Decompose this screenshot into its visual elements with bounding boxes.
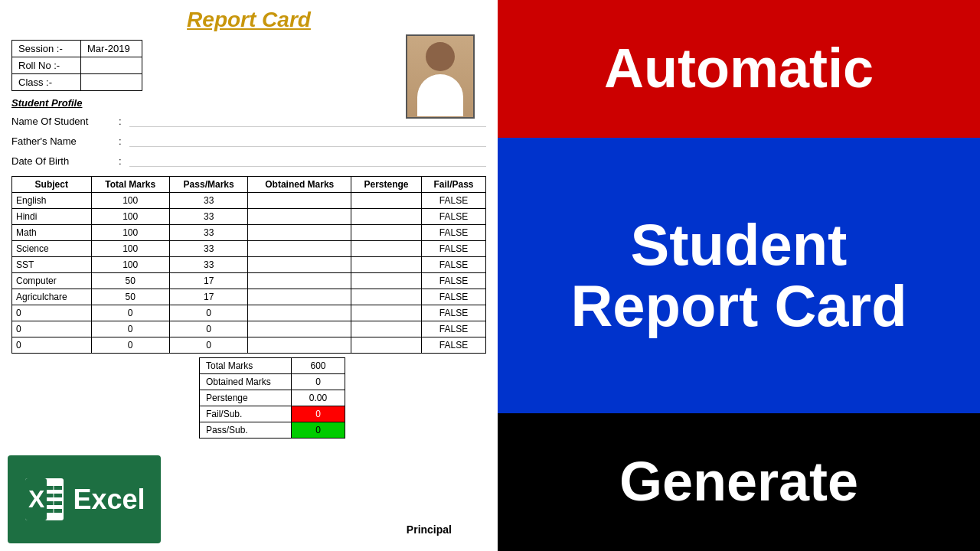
principal-label: Principal (407, 523, 452, 536)
col-total-marks: Total Marks (91, 177, 169, 193)
summary-obtained-marks-row: Obtained Marks 0 (200, 374, 345, 390)
father-field-row: Father's Name : (11, 135, 486, 147)
summary-total-marks-label: Total Marks (200, 358, 292, 374)
summary-obtained-marks-value: 0 (292, 374, 345, 390)
table-row: 000FALSE (12, 321, 486, 337)
col-perstenge: Perstenge (351, 177, 422, 193)
table-row: English10033FALSE (12, 193, 486, 209)
table-row: 000FALSE (12, 305, 486, 321)
father-label: Father's Name (11, 135, 119, 147)
name-label: Name Of Student (11, 116, 119, 127)
dob-colon: : (119, 155, 122, 167)
roll-value (81, 57, 142, 74)
summary-pass-sub-value: 0 (292, 422, 345, 439)
table-header-row: Subject Total Marks Pass/Marks Obtained … (12, 177, 486, 193)
table-row: Hindi10033FALSE (12, 209, 486, 225)
roll-row: Roll No :- (12, 57, 142, 74)
dob-label: Date Of Birth (11, 155, 119, 167)
class-label: Class :- (12, 74, 81, 91)
marks-table: Subject Total Marks Pass/Marks Obtained … (11, 176, 486, 354)
roll-label: Roll No :- (12, 57, 81, 74)
table-row: Science10033FALSE (12, 241, 486, 257)
excel-text-label: Excel (73, 484, 145, 516)
summary-fail-sub-row: Fail/Sub. 0 (200, 406, 345, 422)
student-report-card-text: StudentReport Card (570, 214, 906, 337)
excel-logo: X Excel (8, 455, 161, 543)
col-pass-marks: Pass/Marks (169, 177, 248, 193)
right-red-section: Automatic (498, 0, 980, 138)
student-fields: Name Of Student : Father's Name : Date O… (11, 115, 486, 167)
generate-text: Generate (619, 452, 858, 512)
left-panel: Report Card Session :- Mar-2019 Roll No … (0, 0, 498, 551)
photo-placeholder (407, 36, 473, 117)
summary-perstenge-label: Perstenge (200, 390, 292, 406)
summary-obtained-marks-label: Obtained Marks (200, 374, 292, 390)
summary-total-marks-row: Total Marks 600 (200, 358, 345, 374)
table-row: SST10033FALSE (12, 257, 486, 273)
dob-value (129, 155, 486, 167)
student-photo (406, 34, 475, 119)
summary-pass-sub-label: Pass/Sub. (200, 422, 292, 439)
class-value (81, 74, 142, 91)
summary-perstenge-value: 0.00 (292, 390, 345, 406)
father-value (129, 135, 486, 147)
col-obtained-marks: Obtained Marks (248, 177, 351, 193)
right-blue-section: StudentReport Card (498, 138, 980, 413)
dob-field-row: Date Of Birth : (11, 155, 486, 167)
excel-icon: X (23, 477, 65, 523)
right-black-section: Generate (498, 413, 980, 551)
info-table: Session :- Mar-2019 Roll No :- Class :- (11, 40, 142, 91)
table-row: 000FALSE (12, 337, 486, 354)
summary-fail-sub-value: 0 (292, 406, 345, 422)
col-fail-pass: Fail/Pass (422, 177, 486, 193)
father-colon: : (119, 135, 122, 147)
summary-perstenge-row: Perstenge 0.00 (200, 390, 345, 406)
report-title: Report Card (11, 8, 486, 32)
automatic-text: Automatic (604, 38, 874, 99)
name-colon: : (119, 116, 122, 127)
session-label: Session :- (12, 41, 81, 57)
table-row: Computer5017FALSE (12, 273, 486, 289)
class-row: Class :- (12, 74, 142, 91)
summary-total-marks-value: 600 (292, 358, 345, 374)
summary-fail-sub-label: Fail/Sub. (200, 406, 292, 422)
table-row: Agriculchare5017FALSE (12, 289, 486, 305)
summary-pass-sub-row: Pass/Sub. 0 (200, 422, 345, 439)
table-row: Math10033FALSE (12, 225, 486, 241)
summary-table: Total Marks 600 Obtained Marks 0 Persten… (199, 357, 345, 439)
session-row: Session :- Mar-2019 (12, 41, 142, 57)
right-panel: Automatic StudentReport Card Generate (498, 0, 980, 551)
svg-text:X: X (28, 485, 45, 513)
excel-svg-icon: X (25, 478, 64, 520)
session-value: Mar-2019 (81, 41, 142, 57)
col-subject: Subject (12, 177, 92, 193)
